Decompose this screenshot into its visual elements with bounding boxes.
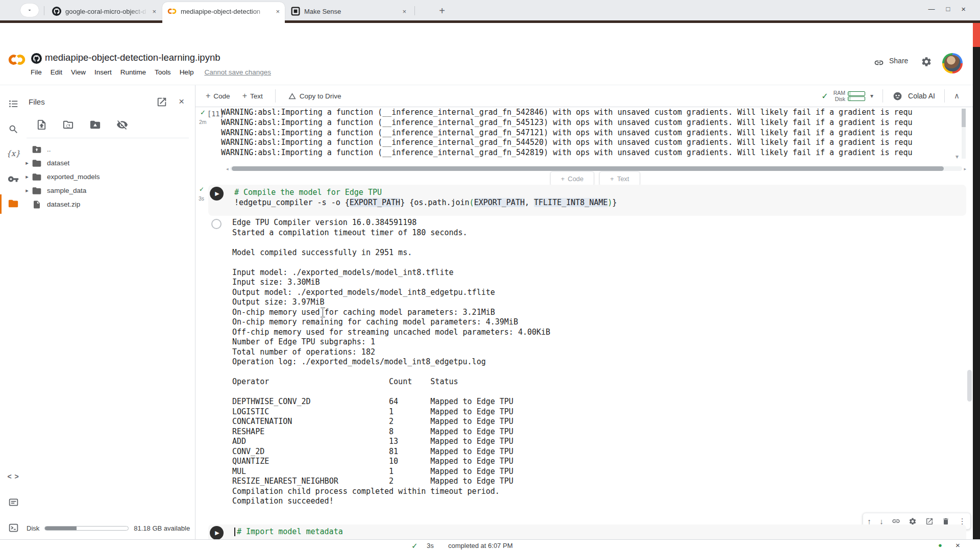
chevron-down-icon	[27, 7, 33, 13]
menu-view[interactable]: View	[71, 68, 86, 76]
tab-search-button[interactable]	[20, 4, 39, 17]
tab-close-icon[interactable]: ×	[152, 8, 156, 15]
menu-edit[interactable]: Edit	[51, 68, 62, 76]
browser-tab-makesense[interactable]: Make Sense ×	[286, 2, 411, 20]
new-tab-button[interactable]: +	[435, 4, 449, 18]
ram-label: RAM	[834, 90, 845, 96]
code-snippets-icon[interactable]: < >	[7, 470, 19, 483]
menu-insert[interactable]: Insert	[94, 68, 112, 76]
code-comment-line[interactable]: # Compile the model for Edge TPU	[234, 188, 382, 198]
status-bar: ✓ 3s completed at 6:07 PM ● ×	[0, 539, 980, 551]
open-files-in-tab-icon[interactable]	[156, 96, 168, 108]
tab-separator	[414, 6, 415, 15]
code-line[interactable]: !edgetpu_compiler -s -o {EXPORT_PATH} {o…	[234, 198, 617, 208]
maximize-icon[interactable]: □	[946, 5, 950, 13]
caret-right-icon[interactable]: ▸	[22, 173, 32, 180]
insert-code-pill[interactable]: + Code	[550, 171, 594, 186]
upload-file-icon[interactable]	[36, 119, 47, 131]
tab-title: google-coral-micro-object-d	[65, 8, 148, 15]
chevron-down-icon[interactable]: ▾	[870, 92, 873, 99]
add-text-button[interactable]: + Text	[242, 91, 263, 101]
disk-usage-label: Disk	[27, 524, 39, 532]
settings-gear-icon[interactable]	[921, 56, 932, 67]
browser-tab-colab-active[interactable]: mediapipe-object-detection ×	[162, 2, 285, 20]
user-avatar[interactable]	[942, 53, 963, 73]
file-tree-item-up[interactable]: ..	[22, 143, 191, 156]
tab-title: Make Sense	[304, 8, 398, 15]
plus-icon: +	[610, 175, 614, 183]
cell-success-check-icon: ✓	[199, 186, 204, 193]
close-window-icon[interactable]: ×	[961, 5, 966, 13]
insert-text-pill[interactable]: + Text	[599, 171, 640, 186]
variables-icon[interactable]: {x}	[7, 147, 19, 160]
hidden-files-eye-icon[interactable]	[116, 119, 128, 131]
output-collapse-icon[interactable]	[211, 219, 222, 229]
colab-ai-button[interactable]: Colab AI	[908, 92, 935, 100]
scrollbar-thumb[interactable]	[232, 166, 944, 171]
files-folder-icon[interactable]	[7, 197, 19, 210]
scroll-left-icon[interactable]: ◂	[226, 166, 229, 171]
dismiss-status-icon[interactable]: ×	[955, 541, 960, 549]
disk-gauge	[848, 96, 865, 101]
close-panel-icon[interactable]: ×	[179, 96, 190, 108]
plus-icon: +	[242, 91, 247, 101]
caret-right-icon[interactable]: ▸	[22, 187, 32, 194]
notebook-scrollbar-thumb[interactable]	[967, 370, 972, 402]
menu-file[interactable]: File	[31, 68, 42, 76]
copy-to-drive-label: Copy to Drive	[300, 92, 341, 100]
cell-success-check-icon: ✓	[200, 109, 206, 116]
screen-edge-scroll-thumb[interactable]	[973, 23, 980, 47]
menu-bar: File Edit View Insert Runtime Tools Help…	[31, 68, 271, 76]
run-cell-button[interactable]: ▶	[210, 526, 224, 540]
divider	[944, 89, 945, 103]
run-cell-button[interactable]: ▶	[210, 187, 224, 201]
browser-tab-strip: google-coral-micro-object-d × mediapipe-…	[0, 0, 980, 20]
status-message: completed at 6:07 PM	[448, 542, 512, 549]
command-palette-icon[interactable]	[7, 496, 19, 508]
output-horizontal-scrollbar[interactable]: ◂ ▸	[226, 166, 966, 171]
cell-exec-time: 2m	[199, 119, 207, 125]
compiler-output-text[interactable]: Edge TPU Compiler version 16.0.384591198…	[232, 218, 550, 507]
caret-right-icon[interactable]: ▸	[22, 160, 32, 166]
share-button[interactable]: Share	[889, 57, 908, 65]
connected-check-icon: ✓	[821, 91, 828, 101]
minimize-icon[interactable]: —	[928, 5, 935, 13]
warnings-output-text[interactable]: WARNING:absl:Importing a function (__inf…	[221, 108, 960, 160]
scroll-right-icon[interactable]: ▸	[964, 166, 966, 171]
browser-toolbar: ← → colab.research.google.com/github/Sha…	[0, 23, 980, 46]
code-comment-line[interactable]: # Import model metadata	[237, 527, 343, 537]
tree-item-label: exported_models	[47, 173, 100, 181]
tab-close-icon[interactable]: ×	[276, 8, 280, 15]
resource-monitor[interactable]: RAM Disk	[834, 90, 865, 102]
status-duration: 3s	[427, 542, 434, 549]
collapse-sections-icon[interactable]: ∧	[954, 91, 960, 101]
search-icon[interactable]	[7, 123, 19, 135]
save-status[interactable]: Cannot save changes	[204, 68, 271, 76]
table-of-contents-icon[interactable]	[7, 97, 19, 110]
colab-icon	[167, 7, 177, 16]
output-scroll-down-icon[interactable]: ▾	[955, 153, 959, 160]
tab-close-icon[interactable]: ×	[402, 8, 406, 15]
add-code-button[interactable]: + Code	[206, 91, 230, 101]
refresh-folder-icon[interactable]	[62, 119, 74, 131]
secrets-key-icon[interactable]	[7, 173, 19, 185]
plus-icon: +	[561, 175, 565, 183]
menu-help[interactable]: Help	[180, 68, 194, 76]
file-tree-item-exported-models[interactable]: ▸ exported_models	[22, 170, 191, 183]
mount-drive-icon[interactable]	[89, 119, 101, 131]
output-vertical-scrollbar[interactable]	[962, 109, 966, 159]
file-tree-item-dataset-zip[interactable]: dataset.zip	[22, 198, 191, 211]
browser-tab-github[interactable]: google-coral-micro-object-d ×	[47, 2, 161, 20]
share-link-icon[interactable]	[873, 58, 885, 68]
add-text-label: Text	[250, 92, 263, 100]
menu-tools[interactable]: Tools	[155, 68, 171, 76]
copy-to-drive-button[interactable]: Copy to Drive	[288, 92, 341, 101]
file-tree-item-dataset[interactable]: ▸ dataset	[22, 157, 191, 169]
notebook-title[interactable]: mediapipe-object-detection-learning.ipyn…	[45, 52, 220, 63]
tab-separator	[44, 6, 44, 15]
status-green-dot: ●	[938, 541, 942, 549]
terminal-icon[interactable]	[7, 521, 19, 534]
file-tree-item-sample-data[interactable]: ▸ sample_data	[22, 184, 191, 197]
menu-runtime[interactable]: Runtime	[120, 68, 146, 76]
insert-text-label: Text	[617, 175, 629, 183]
